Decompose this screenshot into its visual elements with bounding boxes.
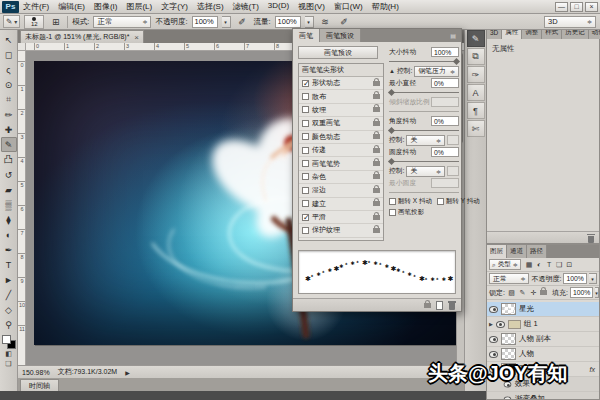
layer-filter-icon[interactable]: ⊡ [565, 261, 574, 269]
layer-fill-dropdown[interactable]: ▾ [595, 287, 599, 298]
menu-item[interactable]: 编辑(E) [58, 1, 85, 12]
lock-icon[interactable] [373, 201, 380, 206]
brush-option-item[interactable]: 画笔笔势 [299, 157, 383, 170]
visibility-eye-icon[interactable] [489, 306, 498, 313]
brush-option-item[interactable]: 散布 [299, 90, 383, 103]
pen-pressure-opacity-icon[interactable]: ✐ [235, 15, 250, 28]
layer-filter-icon[interactable]: ▦ [525, 261, 534, 269]
min-diameter-value[interactable]: 0% [431, 78, 459, 88]
color-swatches[interactable] [2, 335, 16, 349]
layer-thumbnail[interactable] [501, 333, 516, 345]
new-brush-icon[interactable] [436, 301, 443, 310]
brush-option-item[interactable]: 双重画笔 [299, 117, 383, 130]
size-jitter-value[interactable]: 100% [431, 47, 459, 57]
status-arrow-icon[interactable]: ▶ [125, 369, 130, 376]
brush-option-item[interactable]: 湿边 [299, 184, 383, 197]
menu-item[interactable]: 3D(D) [268, 1, 289, 12]
layer-thumbnail[interactable] [501, 348, 516, 360]
layer-filter-icon[interactable]: ◐ [535, 261, 544, 269]
trash-icon[interactable] [587, 233, 595, 243]
checkbox[interactable] [302, 133, 309, 140]
airbrush-icon[interactable]: ≋ [318, 15, 333, 28]
workspace-select[interactable]: 3D ≑ [544, 16, 596, 28]
checkbox[interactable] [302, 214, 309, 221]
flip-x-checkbox[interactable] [389, 198, 396, 205]
tool-button[interactable]: ⧫ [1, 212, 17, 227]
brush-option-item[interactable]: 杂色 [299, 171, 383, 184]
brush-option-item[interactable]: 颜色动态 [299, 131, 383, 144]
window-control-button[interactable]: × [585, 2, 598, 12]
delete-brush-icon[interactable] [448, 300, 456, 310]
layer-opacity-value[interactable]: 100% [563, 273, 586, 284]
checkbox[interactable] [302, 120, 309, 127]
dock-panel-icon[interactable]: ✄ [467, 120, 485, 137]
panel-tab[interactable]: 画笔 [293, 29, 320, 42]
tool-button[interactable]: ⌗ [1, 92, 17, 107]
checkbox[interactable] [302, 227, 309, 234]
timeline-tab[interactable]: 时间轴 [20, 379, 59, 391]
tool-button[interactable]: ▰ [1, 182, 17, 197]
lock-icon[interactable] [373, 188, 380, 193]
brush-option-item[interactable]: 平滑 [299, 211, 383, 224]
tool-button[interactable]: ✎ [1, 137, 17, 152]
layer-name[interactable]: 人物 [519, 349, 534, 359]
lock-option-icon[interactable]: ✛ [529, 289, 538, 297]
tool-button[interactable]: ╱ [1, 287, 17, 302]
checkbox[interactable] [302, 173, 309, 180]
lock-icon[interactable] [373, 161, 380, 166]
layer-name[interactable]: 渐变叠加 [515, 394, 545, 399]
tool-button[interactable]: ✚ [1, 122, 17, 137]
menu-item[interactable]: 图像(I) [94, 1, 118, 12]
tool-button[interactable]: ► [1, 272, 17, 287]
size-jitter-slider[interactable] [389, 58, 459, 65]
brush-tool-chip[interactable]: ✎ ▾ [3, 15, 20, 28]
lock-all-icon[interactable] [540, 290, 547, 295]
layer-row[interactable]: 星光 [487, 302, 599, 317]
roundness-jitter-slider[interactable] [389, 158, 459, 165]
control-select[interactable]: 钢笔压力 ≑ [414, 66, 459, 77]
lock-icon[interactable] [373, 174, 380, 179]
visibility-eye-icon[interactable] [504, 396, 512, 399]
brush-option-item[interactable]: 建立 [299, 198, 383, 211]
tool-button[interactable]: ⚲ [1, 317, 17, 332]
tool-button[interactable]: ◐ [1, 227, 17, 242]
lock-icon[interactable] [373, 215, 380, 220]
checkbox[interactable] [302, 106, 309, 113]
checkbox[interactable] [302, 147, 309, 154]
lock-icon[interactable] [373, 228, 380, 233]
lock-icon[interactable] [373, 148, 380, 153]
angle-jitter-slider[interactable] [389, 127, 459, 134]
zoom-level[interactable]: 150.98% [22, 369, 50, 376]
quick-mask-icon[interactable]: ◧ [2, 349, 16, 359]
layer-fill-value[interactable]: 100% [570, 287, 593, 298]
layer-row[interactable]: 组 1 [487, 317, 599, 332]
menu-item[interactable]: 文件(F) [23, 1, 49, 12]
dock-panel-icon[interactable]: ⧉ [467, 48, 485, 65]
menu-item[interactable]: 文字(Y) [161, 1, 188, 12]
filter-type-select[interactable]: ⌕ 类型 ≑ [489, 259, 521, 270]
slider-knob[interactable] [388, 158, 395, 165]
tool-button[interactable]: T [1, 257, 17, 272]
lock-icon[interactable] [373, 134, 380, 139]
window-control-button[interactable]: □ [570, 2, 583, 12]
checkbox[interactable] [302, 160, 309, 167]
brush-option-item[interactable]: 保护纹理 [299, 224, 383, 237]
layer-row[interactable]: 人物 副本 [487, 332, 599, 347]
lock-icon[interactable] [373, 121, 380, 126]
brush-option-item[interactable]: 传递 [299, 144, 383, 157]
visibility-eye-icon[interactable] [489, 336, 498, 343]
tool-button[interactable]: ◇ [1, 302, 17, 317]
tool-button[interactable]: ↖ [1, 32, 17, 47]
tool-button[interactable]: ↺ [1, 167, 17, 182]
close-icon[interactable]: × [134, 33, 139, 42]
tool-button[interactable]: ⊙ [1, 77, 17, 92]
dock-panel-icon[interactable]: ✎ [467, 30, 485, 47]
brush-preset-picker[interactable]: 12 [24, 15, 44, 29]
layer-fx-badge[interactable]: fx [590, 366, 597, 373]
slider-knob[interactable] [388, 127, 395, 134]
lock-icon[interactable] [373, 81, 380, 86]
slider-knob[interactable] [453, 58, 460, 65]
flow-value[interactable]: 100% [275, 16, 301, 28]
blend-mode-select[interactable]: 正常 ≑ [489, 273, 529, 284]
panel-tab[interactable]: 通道 [507, 245, 527, 258]
